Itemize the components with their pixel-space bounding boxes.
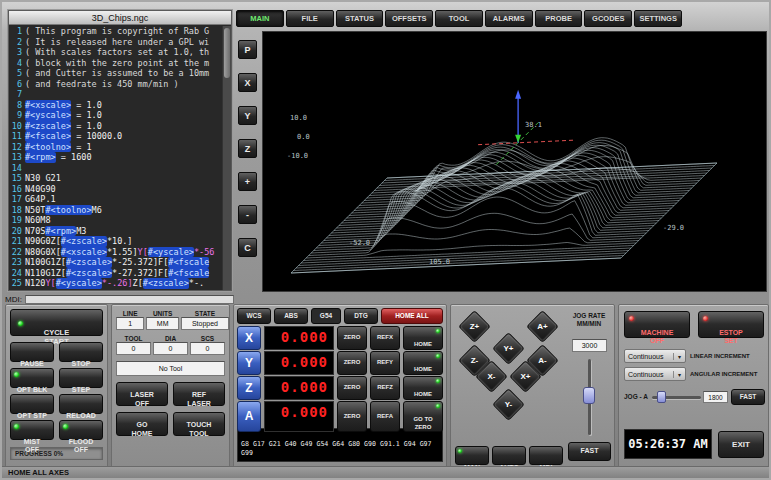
info-button-label: LASER OFF [130,391,154,406]
jog-fast-button[interactable]: FAST [568,442,611,461]
view-button[interactable]: C [238,238,257,257]
zero-button[interactable]: ZERO [337,326,367,350]
tab-button[interactable]: SETTINGS [634,10,682,27]
led-indicator [14,424,19,429]
control-button[interactable]: OPT STP [10,394,54,414]
control-button-label: RELOAD [66,412,96,419]
mode-button[interactable]: AUTO [492,446,526,465]
code-line: 11#<fscale> = 10000.0 [9,131,222,142]
jog-z-plus-button[interactable]: Z+ [458,310,491,343]
exit-button[interactable]: EXIT [718,431,764,458]
tab-bar: MAINFILESTATUSOFFSETSTOOLALARMSPROBEGCOD… [236,10,682,27]
jog-label: Z+ [464,316,485,337]
axis-select-button[interactable]: Z [237,376,261,400]
home-button[interactable]: GO TO ZERO [403,401,443,432]
info-button[interactable]: REF LASER [173,382,225,406]
control-button[interactable]: OPT BLK [10,368,54,388]
jog-rate-slider[interactable] [583,359,595,435]
control-button[interactable]: STOP [59,342,103,362]
mode-button[interactable]: MAN [455,446,489,465]
svg-text:-52.0: -52.0 [349,239,370,247]
jog-y-minus-button[interactable]: Y- [492,388,525,421]
zero-button[interactable]: ZERO [337,351,367,375]
tab-button[interactable]: TOOL [435,10,483,27]
slider-thumb[interactable] [657,391,666,403]
ref-button[interactable]: REFZ [370,376,400,400]
ref-button[interactable]: REFY [370,351,400,375]
cycle-start-led [18,321,23,326]
header-label: SCS [190,335,225,342]
cycle-start-button[interactable]: CYCLE START [10,309,103,336]
led-indicator [14,372,19,377]
slider-thumb[interactable] [583,387,595,404]
view-button[interactable]: Y [238,106,257,125]
tab-button[interactable]: GCODES [584,10,632,27]
control-button[interactable]: MIST OFF [10,420,54,440]
zero-button[interactable]: ZERO [337,401,367,432]
home-button-label: HOME [414,366,432,372]
ref-button[interactable]: REFX [370,326,400,350]
tab-button[interactable]: FILE [286,10,334,27]
abs-button[interactable]: ABS [274,308,308,324]
value-box: 1 [116,317,144,330]
mode-button[interactable]: MDI [529,446,563,465]
view-button[interactable]: - [238,205,257,224]
jog-x-minus-button[interactable]: X- [475,360,508,393]
info-button[interactable]: TOUCH TOOL [173,412,225,436]
home-button[interactable]: HOME [403,326,443,350]
header-label: TOOL [116,335,151,342]
control-button-label: OPT STP [17,412,47,419]
code-line: 8#<xscale> = 1.0 [9,100,222,111]
view-button[interactable]: + [238,172,257,191]
view-button[interactable]: P [238,40,257,59]
mdi-input[interactable] [25,295,234,304]
estop-button[interactable]: ESTOP SET [698,311,764,338]
axis-select-button[interactable]: Y [237,351,261,375]
gcode-editor[interactable]: 1( This program is copyright of Rab G2( … [9,26,222,290]
dtg-button[interactable]: DTG [344,308,378,324]
code-line: 20N70S#<rpm>M3 [9,226,222,237]
jog-a-slider[interactable] [652,391,701,403]
svg-text:-29.0: -29.0 [663,224,684,232]
jog-a-fast-button[interactable]: FAST [731,389,765,405]
control-button[interactable]: RELOAD [59,394,103,414]
control-button-label: PAUSE [20,360,44,367]
axis-select-button[interactable]: X [237,326,261,350]
info-button[interactable]: GO HOME [116,412,168,436]
tab-button[interactable]: OFFSETS [385,10,433,27]
angular-increment-select[interactable]: Continuous ▾ [624,367,686,381]
jog-label: X+ [515,366,536,387]
status-message: HOME ALL AXES [8,468,69,477]
view-button[interactable]: Z [238,139,257,158]
home-all-button[interactable]: HOME ALL [381,308,443,324]
tab-button[interactable]: STATUS [336,10,384,27]
view-button[interactable]: X [238,73,257,92]
dro-axis-row: Z 0.000 ZERO REFZ HOME [237,376,443,399]
tab-button[interactable]: ALARMS [485,10,533,27]
jog-a-plus-button[interactable]: A+ [526,310,559,343]
toolpath-preview[interactable]: 10.00.0-10.0-52.0105.038.1-29.0 [262,31,767,292]
zero-button[interactable]: ZERO [337,376,367,400]
home-button[interactable]: HOME [403,376,443,400]
info-button[interactable]: LASER OFF [116,382,168,406]
home-button[interactable]: HOME [403,351,443,375]
control-button[interactable]: STEP [59,368,103,388]
machine-off-button[interactable]: MACHINE OFF [624,311,690,338]
tab-button[interactable]: PROBE [535,10,583,27]
dro-axis-row: X 0.000 ZERO REFX HOME [237,326,443,349]
ref-button[interactable]: REFA [370,401,400,432]
control-button[interactable]: FLOOD OFF [59,420,103,440]
estop-label: ESTOP SET [719,329,743,344]
angular-increment-label: ANGULAR INCREMENT [690,371,757,377]
wcs-button[interactable]: WCS [237,308,271,324]
editor-scrollbar[interactable] [222,26,231,290]
info-button-label: REF LASER [187,391,211,406]
scrollbar-thumb[interactable] [224,28,230,78]
linear-increment-select[interactable]: Continuous ▾ [624,349,686,363]
mode-led [458,449,462,453]
jog-y-plus-button[interactable]: Y+ [492,332,525,365]
code-line: 12#<toolno> = 1 [9,142,222,153]
axis-select-button[interactable]: A [237,401,261,432]
control-button[interactable]: PAUSE [10,342,54,362]
tab-button[interactable]: MAIN [236,10,284,27]
